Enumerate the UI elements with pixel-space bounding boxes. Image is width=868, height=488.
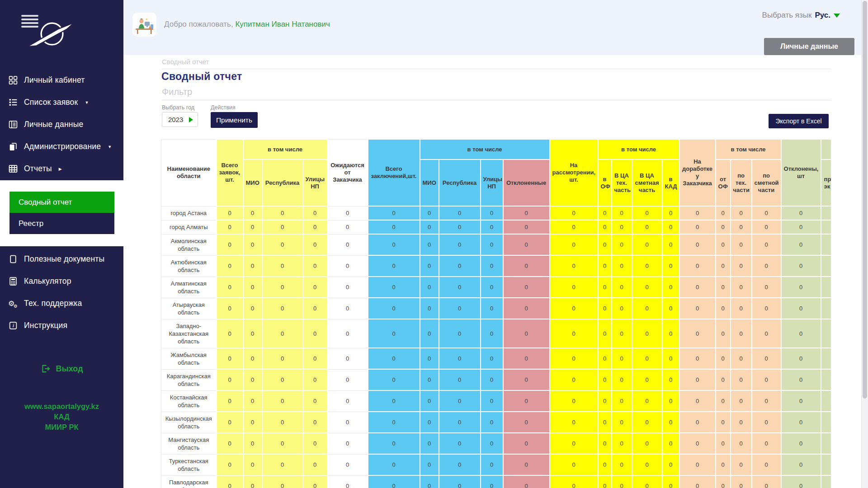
sidebar-subitem[interactable]: Реестр [9,213,114,234]
value-cell: 0 [612,475,632,488]
value-cell: 0 [481,412,503,433]
value-cell: 0 [368,412,420,433]
value-cell: 0 [632,475,662,488]
sidebar-item-calc[interactable]: Калькулятор [0,270,123,292]
column-group-header: На доработке у Заказчика [679,139,716,206]
value-cell: 0 [327,220,368,234]
value-cell: 0 [262,298,303,319]
value-cell: 0 [420,234,439,255]
value-cell: 0 [303,433,327,454]
sidebar-item-gear[interactable]: ⚙⚙Тех. поддержка [0,292,123,314]
value-cell: 0 [781,433,821,454]
exit-icon [40,364,51,374]
column-group-header: в том числе [716,139,781,160]
value-cell: 0 [439,234,481,255]
year-select[interactable]: 2023 [162,112,198,127]
sidebar-item-grid[interactable]: Личный кабинет [0,69,123,91]
breadcrumb: Сводный отчет [162,58,209,66]
sidebar-item-table[interactable]: Отчеты▶ [0,158,123,180]
sidebar-menu-bottom: Полезные документыКалькулятор⚙⚙Тех. подд… [0,248,123,337]
value-cell: 0 [481,319,503,348]
value-cell: 0 [368,220,420,234]
value-cell: 0 [503,348,550,369]
value-cell: 0 [420,348,439,369]
value-cell: 0 [243,433,262,454]
value-cell: 0 [327,454,368,475]
region-cell: Западно-Казахстанская область [161,319,217,348]
table-row: город Алматы00000000000000000000 [161,220,831,234]
column-group-header: в том числе [420,139,550,160]
value-cell [821,319,831,348]
value-cell: 0 [327,298,368,319]
value-cell: 0 [679,475,716,488]
value-cell: 0 [731,298,752,319]
welcome-prefix: Добро пожаловать, [164,20,233,28]
value-cell: 0 [781,220,821,234]
value-cell: 0 [503,277,550,298]
table-row: Акмолинская область00000000000000000000 [161,234,831,255]
value-cell: 0 [662,390,679,412]
value-cell: 0 [503,206,550,220]
scrollbar-thumb[interactable] [863,1,867,399]
value-cell: 0 [679,348,716,369]
select-arrow-icon [189,117,193,122]
value-cell: 0 [716,454,731,475]
sidebar-item-info[interactable]: iИнструкция [0,314,123,337]
value-cell: 0 [752,255,781,277]
calc-icon [8,277,18,286]
sidebar: Личный кабинетСписок заявок▼Личные данны… [0,0,123,488]
doc-icon [8,254,18,264]
value-cell: 0 [420,277,439,298]
value-cell: 0 [368,433,420,454]
value-cell: 0 [262,319,303,348]
value-cell: 0 [368,298,420,319]
value-cell [821,220,831,234]
value-cell: 0 [303,298,327,319]
column-header: от ОФ [716,160,731,206]
value-cell: 0 [598,390,612,412]
list-icon [8,98,18,107]
value-cell: 0 [731,234,752,255]
value-cell [821,369,831,390]
value-cell: 0 [752,298,781,319]
value-cell: 0 [598,369,612,390]
value-cell: 0 [679,454,716,475]
column-header: по сметной части [752,160,781,206]
sidebar-item-copy[interactable]: Администрирование▼ [0,136,123,158]
value-cell: 0 [679,319,716,348]
language-selector[interactable]: Выбрать язык Рус. [762,11,840,20]
sidebar-item-doc[interactable]: Полезные документы [0,248,123,270]
sidebar-item-card[interactable]: Личные данные [0,113,123,136]
region-cell: Атырауская область [161,298,217,319]
value-cell: 0 [662,369,679,390]
value-cell: 0 [303,390,327,412]
value-cell: 0 [752,433,781,454]
value-cell: 0 [612,433,632,454]
export-excel-button[interactable]: Экспорт в Excel [769,114,829,128]
region-cell: город Астана [161,206,217,220]
value-cell: 0 [420,319,439,348]
value-cell: 0 [420,390,439,412]
column-group-header: в том числе [598,139,679,160]
grid-icon [8,75,18,85]
sidebar-subitem[interactable]: Сводный отчет [9,192,114,213]
value-cell: 0 [679,433,716,454]
personal-data-button[interactable]: Личные данные [764,38,854,55]
apply-button[interactable]: Применить [211,112,258,128]
sidebar-item-list[interactable]: Список заявок▼ [0,91,123,113]
value-cell: 0 [612,412,632,433]
value-cell: 0 [731,319,752,348]
value-cell: 0 [731,255,752,277]
value-cell: 0 [420,412,439,433]
value-cell: 0 [550,319,598,348]
sidebar-footer-line: МИИР РК [0,422,123,432]
value-cell: 0 [679,234,716,255]
value-cell: 0 [632,206,662,220]
value-cell: 0 [550,234,598,255]
value-cell: 0 [481,206,503,220]
column-header: МИО [420,160,439,206]
value-cell: 0 [217,255,243,277]
logout-button[interactable]: Выход [0,361,123,377]
user-name[interactable]: Купитман Иван Натанович [235,20,330,28]
column-group-header [821,139,831,160]
